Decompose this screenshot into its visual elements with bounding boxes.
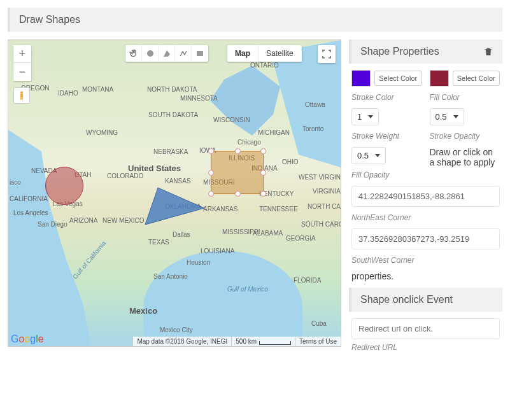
panel-title: Shape Properties	[360, 46, 439, 57]
hand-tool[interactable]	[125, 45, 142, 62]
label-sanantonio: San Antonio	[153, 273, 188, 280]
rect-tool[interactable]	[192, 45, 208, 62]
pegman-icon[interactable]	[13, 87, 30, 104]
label-newmexico: NEW MEXICO	[103, 217, 145, 224]
fill-opacity-label: Fill Opacity	[351, 171, 422, 179]
stroke-weight-label: Stroke Weight	[351, 132, 422, 141]
chevron-down-icon	[368, 115, 373, 118]
label-ottawa: Ottawa	[305, 101, 325, 108]
label-toronto: Toronto	[302, 125, 323, 132]
fullscreen-button[interactable]	[318, 45, 336, 63]
resize-handle-s[interactable]	[235, 191, 241, 197]
sw-corner-input[interactable]	[351, 228, 500, 249]
label-idaho: IDAHO	[58, 90, 78, 97]
circle-tool[interactable]	[142, 45, 159, 62]
polyline-tool[interactable]	[175, 45, 192, 62]
label-ncarolina: NORTH CAROLINA	[308, 203, 341, 210]
label-arizona: ARIZONA	[69, 217, 97, 224]
svg-marker-5	[164, 50, 170, 57]
label-scarolina: SOUTH CAROLINA	[301, 221, 341, 228]
label-losangeles: Los Angeles	[13, 209, 48, 216]
map-scale: 500 km	[231, 337, 295, 346]
label-wisconsin: WISCONSIN	[213, 116, 250, 123]
label-kansas: KANSAS	[165, 178, 191, 185]
map-type-satellite[interactable]: Satellite	[259, 45, 302, 62]
resize-handle-w[interactable]	[208, 170, 214, 176]
label-arkansas: ARKANSAS	[203, 206, 237, 213]
label-mexico: Mexico	[129, 306, 157, 316]
label-wyoming: WYOMING	[86, 129, 118, 136]
label-ndakota: NORTH DAKOTA	[147, 86, 197, 93]
label-texas: TEXAS	[148, 239, 169, 246]
svg-rect-1	[20, 94, 23, 97]
label-houston: Houston	[187, 259, 210, 266]
stroke-weight-select[interactable]: 1	[351, 108, 379, 125]
map-type-map[interactable]: Map	[227, 45, 259, 62]
label-california: CALIFORNIA	[10, 195, 48, 202]
map-type-control: Map Satellite	[227, 45, 302, 62]
svg-point-4	[147, 50, 153, 57]
fill-opacity-select[interactable]: 0.5	[351, 147, 386, 164]
resize-handle-e[interactable]	[260, 170, 266, 176]
map-attribution: Map data ©2018 Google, INEGI	[132, 337, 231, 346]
label-tennessee: TENNESSEE	[259, 206, 298, 213]
resize-handle-sw[interactable]	[208, 191, 214, 197]
draw-toolbar	[125, 45, 208, 62]
zoom-in-button[interactable]: +	[13, 45, 31, 63]
svg-rect-2	[20, 97, 22, 99]
label-wvirginia: WEST VIRGINIA	[299, 174, 341, 181]
label-gulfmex: Gulf of Mexico	[227, 286, 268, 293]
header-title: Draw Shapes	[19, 14, 80, 25]
label-us: United States	[128, 164, 181, 173]
label-chicago: Chicago	[237, 139, 261, 146]
label-michigan: MICHIGAN	[258, 129, 290, 136]
shape-circle[interactable]	[45, 167, 83, 205]
label-georgia: GEORGIA	[286, 235, 316, 242]
label-montana: MONTANA	[82, 86, 113, 93]
shape-properties-header: Shape Properties	[349, 39, 502, 64]
stroke-color-button[interactable]: Select Color	[374, 71, 422, 86]
label-ohio: OHIO	[282, 158, 299, 165]
ne-corner-input[interactable]	[351, 186, 500, 207]
properties-suffix: properties.	[349, 271, 502, 281]
label-ontario: ONTARIO	[250, 62, 279, 69]
svg-rect-6	[197, 51, 203, 56]
polygon-tool[interactable]	[159, 45, 175, 62]
resize-handle-ne[interactable]	[260, 148, 266, 154]
label-alabama: ALABAMA	[253, 230, 283, 237]
label-virginia: VIRGINIA	[313, 188, 341, 195]
map-canvas[interactable]: United States Mexico ONTARIO OREGON IDAH…	[8, 39, 341, 347]
resize-handle-nw[interactable]	[208, 148, 214, 154]
label-nebraska: NEBRASKA	[153, 148, 188, 155]
label-minnesota: MINNESOTA	[180, 95, 218, 102]
label-dallas: Dallas	[173, 231, 190, 238]
stroke-color-label: Stroke Color	[351, 93, 422, 102]
redirect-url-input[interactable]	[351, 318, 500, 339]
label-isco: isco	[10, 179, 21, 186]
draw-shapes-header: Draw Shapes	[8, 8, 502, 32]
onclick-title: Shape onclick Event	[360, 294, 453, 305]
stroke-opacity-select[interactable]: 0.5	[430, 108, 464, 125]
apply-note: Draw or click on a shape to apply	[430, 147, 500, 179]
chevron-down-icon	[375, 154, 380, 157]
resize-handle-n[interactable]	[235, 148, 241, 154]
fill-color-button[interactable]: Select Color	[453, 71, 500, 86]
label-louisiana: LOUISIANA	[201, 248, 234, 255]
redirect-url-label: Redirect URL	[351, 343, 500, 352]
stroke-opacity-label: Stroke Opacity	[430, 132, 500, 141]
resize-handle-se[interactable]	[260, 191, 266, 197]
svg-point-0	[20, 91, 23, 94]
label-florida: FLORIDA	[294, 277, 321, 284]
label-sdakota: SOUTH DAKOTA	[148, 111, 198, 118]
map-footer: Map data ©2018 Google, INEGI 500 km Term…	[8, 337, 341, 346]
onclick-header: Shape onclick Event	[349, 288, 502, 312]
zoom-control: + −	[13, 45, 31, 81]
fill-color-swatch[interactable]	[430, 70, 449, 87]
zoom-out-button[interactable]: −	[13, 63, 31, 81]
terms-link[interactable]: Terms of Use	[295, 337, 341, 346]
shape-rect-selected[interactable]	[211, 151, 264, 194]
chevron-down-icon	[453, 115, 458, 118]
stroke-color-swatch[interactable]	[351, 70, 371, 87]
label-sandiego: San Diego	[38, 221, 67, 228]
delete-icon[interactable]	[483, 46, 493, 57]
